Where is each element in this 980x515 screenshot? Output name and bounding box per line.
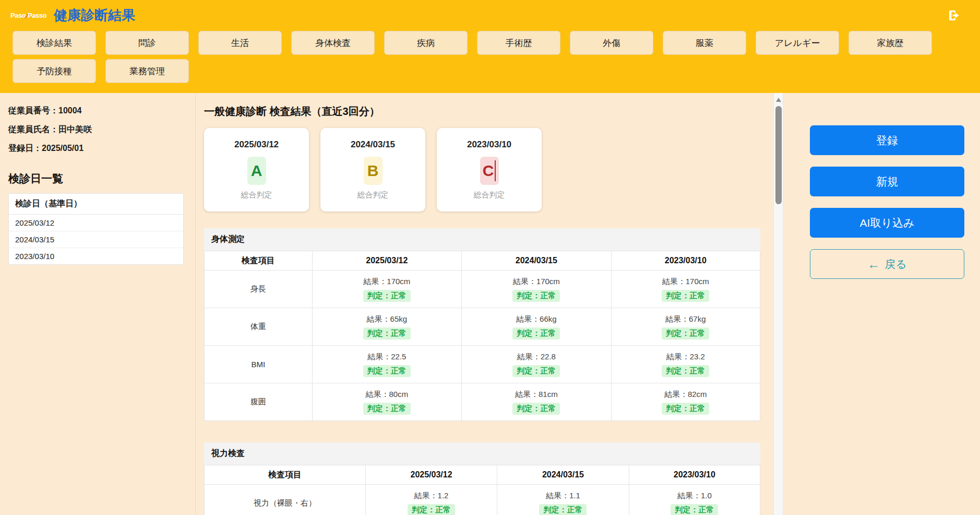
- nav-tab[interactable]: 業務管理: [105, 59, 189, 83]
- summary-card: 2023/03/10C総合判定: [437, 128, 542, 212]
- column-header: 2023/03/10: [629, 465, 760, 485]
- summary-card: 2025/03/12A総合判定: [204, 128, 309, 212]
- result-cell: 結果：67kg判定：正常: [611, 308, 760, 346]
- table-row: 腹囲結果：80cm判定：正常結果：81cm判定：正常結果：82cm判定：正常: [205, 383, 760, 421]
- checkup-list-title: 検診日一覧: [8, 171, 187, 186]
- result-cell: 結果：170cm判定：正常: [462, 271, 611, 308]
- judgment-badge: 判定：正常: [662, 365, 709, 377]
- checkup-date-row[interactable]: 2024/03/15: [9, 231, 183, 248]
- results-table: 検査項目2025/03/122024/03/152023/03/10視力（裸眼・…: [204, 465, 760, 515]
- logout-icon[interactable]: [947, 8, 961, 22]
- card-date: 2025/03/12: [204, 139, 309, 150]
- grade-chip[interactable]: B: [364, 157, 383, 185]
- result-value: 結果：170cm: [462, 277, 610, 287]
- item-name: 身長: [205, 271, 313, 308]
- nav-tab[interactable]: 身体検査: [291, 31, 375, 55]
- result-cell: 結果：65kg判定：正常: [312, 308, 461, 346]
- nav-tab[interactable]: 予防接種: [13, 59, 96, 83]
- nav-tab[interactable]: 手術歴: [477, 31, 560, 55]
- judgment-badge: 判定：正常: [363, 365, 411, 377]
- checkup-date-row[interactable]: 2023/03/10: [9, 248, 183, 264]
- judgment-badge: 判定：正常: [512, 290, 560, 302]
- judgment-badge: 判定：正常: [363, 290, 411, 302]
- result-cell: 結果：80cm判定：正常: [312, 383, 461, 421]
- result-value: 結果：67kg: [612, 314, 759, 324]
- employee-info-line: 従業員氏名：田中美咲: [8, 124, 187, 135]
- new-button[interactable]: 新規: [810, 167, 964, 196]
- table-row: 視力（裸眼・右）結果：1.2判定：正常結果：1.1判定：正常結果：1.0判定：正…: [205, 485, 760, 515]
- scrollbar-up-arrow[interactable]: [776, 98, 781, 102]
- judgment-badge: 判定：正常: [662, 290, 709, 302]
- column-header: 検査項目: [205, 251, 313, 271]
- judgment-badge: 判定：正常: [512, 403, 560, 415]
- card-date: 2024/03/15: [320, 139, 425, 150]
- nav-tab[interactable]: 外傷: [570, 31, 653, 55]
- result-value: 結果：1.0: [630, 491, 759, 501]
- result-cell: 結果：1.2判定：正常: [365, 485, 497, 515]
- summary-cards: 2025/03/12A総合判定2024/03/15B総合判定2023/03/10…: [204, 128, 760, 212]
- result-value: 結果：82cm: [612, 390, 759, 400]
- nav-tab[interactable]: アレルギー: [756, 31, 839, 55]
- nav-tab[interactable]: 問診: [105, 31, 189, 55]
- grade-chip[interactable]: A: [247, 157, 266, 185]
- judgment-badge: 判定：正常: [363, 403, 411, 415]
- column-header: 2025/03/12: [312, 251, 461, 271]
- card-label: 総合判定: [320, 190, 425, 200]
- nav-tab[interactable]: 疾病: [384, 31, 468, 55]
- result-cell: 結果：82cm判定：正常: [611, 383, 760, 421]
- section-title: 身体測定: [204, 228, 760, 251]
- title-row: Paso⁄Passo 健康診断結果: [0, 0, 980, 30]
- result-cell: 結果：170cm判定：正常: [611, 271, 760, 308]
- result-value: 結果：81cm: [462, 390, 610, 400]
- back-arrow-icon: ←: [867, 258, 880, 271]
- result-value: 結果：22.8: [462, 352, 610, 362]
- table-header-row: 検査項目2025/03/122024/03/152023/03/10: [205, 251, 760, 271]
- employee-info-block: 従業員番号：10004従業員氏名：田中美咲登録日：2025/05/01: [8, 106, 187, 154]
- ai-import-button[interactable]: AI取り込み: [810, 208, 964, 238]
- result-cell: 結果：23.2判定：正常: [611, 346, 760, 383]
- item-name: 腹囲: [205, 383, 313, 421]
- item-name: BMI: [205, 346, 313, 383]
- result-cell: 結果：22.8判定：正常: [462, 346, 611, 383]
- app-logo: Paso⁄Passo: [10, 11, 46, 20]
- judgment-badge: 判定：正常: [512, 365, 560, 377]
- summary-card: 2024/03/15B総合判定: [320, 128, 425, 212]
- nav-tab[interactable]: 生活: [198, 31, 282, 55]
- result-cell: 結果：22.5判定：正常: [312, 346, 461, 383]
- judgment-badge: 判定：正常: [512, 327, 560, 340]
- result-value: 結果：65kg: [313, 314, 461, 324]
- checkup-date-row[interactable]: 2025/03/12: [9, 215, 183, 231]
- scrollbar[interactable]: [773, 93, 783, 515]
- table-row: BMI結果：22.5判定：正常結果：22.8判定：正常結果：23.2判定：正常: [205, 346, 760, 383]
- scrollbar-thumb[interactable]: [775, 106, 782, 204]
- checkup-date-column-header: 検診日（基準日）: [9, 194, 183, 215]
- result-value: 結果：80cm: [313, 390, 461, 400]
- back-button-label: 戻る: [885, 257, 907, 272]
- nav-tab[interactable]: 家族歴: [848, 31, 932, 55]
- grade-value: B: [367, 162, 379, 180]
- grade-value: C: [483, 162, 494, 180]
- grade-chip[interactable]: C: [480, 157, 499, 185]
- table-row: 身長結果：170cm判定：正常結果：170cm判定：正常結果：170cm判定：正…: [205, 271, 760, 308]
- action-panel: 登録 新規 AI取り込み ← 戻る: [783, 93, 980, 515]
- logo-text-left: Paso: [10, 11, 26, 19]
- result-value: 結果：1.2: [366, 491, 496, 501]
- result-cell: 結果：81cm判定：正常: [462, 383, 611, 421]
- main-title: 一般健康診断 検査結果（直近3回分）: [204, 104, 760, 119]
- result-cell: 結果：66kg判定：正常: [462, 308, 611, 346]
- card-label: 総合判定: [437, 190, 542, 200]
- result-cell: 結果：1.0判定：正常: [629, 485, 760, 515]
- results-table: 検査項目2025/03/122024/03/152023/03/10身長結果：1…: [204, 251, 760, 421]
- back-button[interactable]: ← 戻る: [810, 249, 964, 279]
- checkup-date-table: 検診日（基準日） 2025/03/122024/03/152023/03/10: [8, 193, 184, 265]
- section-title: 視力検査: [204, 442, 760, 465]
- nav-tab[interactable]: 服薬: [663, 31, 746, 55]
- employee-info-line: 従業員番号：10004: [8, 106, 187, 116]
- register-button[interactable]: 登録: [810, 125, 964, 155]
- column-header: 検査項目: [205, 465, 366, 485]
- nav-tab[interactable]: 検診結果: [13, 31, 96, 55]
- page-title: 健康診断結果: [54, 6, 135, 25]
- result-sections: 身体測定検査項目2025/03/122024/03/152023/03/10身長…: [204, 228, 760, 515]
- result-cell: 結果：170cm判定：正常: [312, 271, 461, 308]
- judgment-badge: 判定：正常: [662, 327, 709, 340]
